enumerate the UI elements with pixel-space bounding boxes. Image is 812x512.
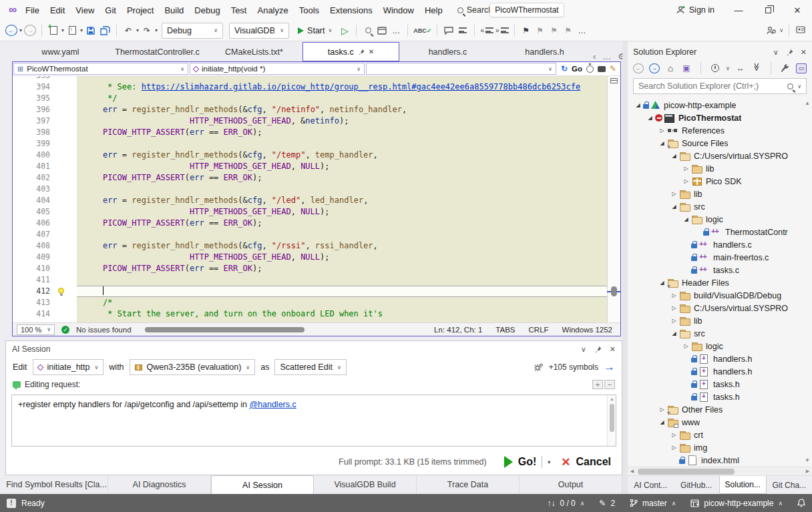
code-text[interactable]: HTTP_METHODS_GET_HEAD, NULL);: [77, 206, 607, 218]
split-window-handle-icon[interactable]: [610, 78, 618, 83]
tree-item-picothermostat[interactable]: ◢PicoThermostat: [628, 111, 812, 124]
tree-item-src[interactable]: ◢src: [628, 327, 812, 340]
panel-tab-github[interactable]: GitHub...: [674, 476, 720, 494]
redo-dropdown-icon[interactable]: ▾: [155, 27, 158, 33]
request-scrollbar[interactable]: ▲: [607, 395, 616, 446]
menu-window[interactable]: Window: [378, 3, 419, 18]
breakpoint-margin[interactable]: [13, 184, 25, 195]
menu-tools[interactable]: Tools: [294, 3, 325, 18]
lightbulb-icon[interactable]: [58, 288, 64, 294]
panel-tab-find-symbol-results-cla[interactable]: Find Symbol Results [Cla...: [5, 475, 108, 494]
code-text[interactable]: err = register_hndlr_methods(&cfg, "/led…: [77, 195, 607, 206]
expander-icon[interactable]: ▷: [669, 191, 679, 197]
close-icon[interactable]: ✕: [610, 345, 616, 354]
breakpoint-margin[interactable]: [13, 206, 25, 218]
chevron-down-icon[interactable]: ∨: [581, 345, 586, 354]
breakpoint-margin[interactable]: [13, 161, 25, 172]
scrollbar-thumb[interactable]: [610, 404, 614, 432]
editor-horizontal-scrollbar[interactable]: [145, 326, 421, 333]
expander-icon[interactable]: ▷: [681, 178, 691, 184]
tree-item-thermostatcontr[interactable]: ThermostatContr: [628, 226, 812, 238]
panel-tab-output[interactable]: Output: [520, 475, 622, 494]
go-options-dropdown-icon[interactable]: ▾: [548, 459, 550, 465]
encoding[interactable]: Windows 1252: [562, 326, 612, 334]
editor-vertical-scrollbar[interactable]: [607, 76, 620, 322]
tree-scroll-up-icon[interactable]: ▲: [805, 100, 810, 106]
profiler-stopwatch-icon[interactable]: [586, 65, 594, 73]
code-text[interactable]: PICOW_HTTP_ASSERT(err == ERR_OK);: [77, 263, 607, 274]
doc-tab-handlers-h[interactable]: handlers.h: [496, 42, 593, 61]
scroll-up-icon[interactable]: ▲: [610, 397, 614, 401]
tree-horizontal-scrollbar[interactable]: ◀ ▶: [628, 467, 812, 475]
code-text[interactable]: PICOW_HTTP_ASSERT(err == ERR_OK);: [77, 172, 607, 184]
code-text[interactable]: * See: https://slimhazard.gitlab.io/pico…: [77, 81, 607, 93]
tree-item-crt[interactable]: ▷crt: [628, 429, 812, 441]
maximize-button[interactable]: [753, 0, 783, 20]
solution-explorer-search-input[interactable]: Search Solution Explorer (Ctrl+;) ∨: [633, 78, 807, 94]
menu-project[interactable]: Project: [122, 3, 159, 18]
send-arrow-icon[interactable]: →: [604, 360, 615, 374]
close-icon[interactable]: ✕: [369, 48, 374, 55]
code-text[interactable]: [77, 274, 607, 286]
expander-icon[interactable]: ▷: [681, 166, 691, 172]
explorer-forward-icon[interactable]: →: [649, 63, 660, 73]
breakpoint-margin[interactable]: [13, 81, 25, 93]
code-text[interactable]: err = register_hndlr_methods(&cfg, "/net…: [77, 104, 607, 115]
menu-analyze[interactable]: Analyze: [252, 3, 293, 18]
breakpoint-margin[interactable]: [13, 297, 25, 308]
code-text[interactable]: [77, 138, 607, 150]
expander-icon[interactable]: ▷: [681, 343, 691, 349]
doc-tab-cmakelists-txt[interactable]: CMakeLists.txt*: [206, 42, 302, 61]
expander-icon[interactable]: ▷: [669, 305, 679, 311]
go-refresh-icon[interactable]: ↻: [561, 64, 568, 73]
navigate-backward-icon[interactable]: ←: [5, 25, 17, 36]
member-dropdown[interactable]: ∨: [366, 63, 556, 75]
tree-item-logic[interactable]: ◢logic: [628, 213, 812, 226]
code-text[interactable]: *: [77, 76, 607, 81]
explorer-back-icon[interactable]: ←: [633, 63, 644, 73]
symbols-count[interactable]: +105 symbols: [549, 362, 598, 372]
menu-debug[interactable]: Debug: [189, 3, 225, 18]
navigate-forward-icon[interactable]: →: [24, 25, 36, 36]
notifications-bell-icon[interactable]: [797, 499, 805, 507]
add-item-dropdown-icon[interactable]: ▾: [80, 27, 83, 33]
panel-tab-solution[interactable]: Solution...: [719, 476, 767, 494]
tree-item-tasks-c[interactable]: tasks.c: [628, 264, 812, 276]
caret-up-icon[interactable]: ∧: [580, 500, 585, 507]
doc-tab-thermostatcontroller-c[interactable]: ThermostatController.c: [109, 42, 206, 61]
tree-item-lib[interactable]: ▷lib: [628, 188, 812, 200]
breakpoint-margin[interactable]: [13, 127, 25, 138]
chevron-down-icon[interactable]: ∨: [797, 83, 801, 89]
panel-tab-ai-diagnostics[interactable]: AI Diagnostics: [108, 475, 211, 494]
search-icon[interactable]: [787, 83, 793, 89]
code-text[interactable]: * Start the server, and turn on the onbo…: [77, 308, 607, 320]
new-file-icon[interactable]: [47, 23, 59, 38]
add-item-icon[interactable]: [66, 23, 78, 38]
code-text[interactable]: HTTP_METHODS_GET_HEAD, NULL);: [77, 161, 607, 172]
expander-icon[interactable]: ▷: [669, 432, 679, 438]
menu-help[interactable]: Help: [419, 3, 448, 18]
grow-request-box-button[interactable]: +: [592, 380, 603, 389]
breakpoint-margin[interactable]: [13, 218, 25, 229]
breakpoint-margin[interactable]: [13, 76, 25, 81]
breakpoint-margin[interactable]: [13, 115, 25, 127]
breakpoint-margin[interactable]: [13, 172, 25, 184]
project-dropdown[interactable]: ⊞ PicoWThermostat ∨: [13, 63, 188, 75]
code-text[interactable]: [77, 229, 607, 240]
code-text[interactable]: HTTP_METHODS_GET_HEAD, &netinfo);: [77, 115, 607, 127]
menu-test[interactable]: Test: [226, 3, 252, 18]
scrollbar-thumb[interactable]: [611, 286, 617, 296]
toggle-bookmark-icon[interactable]: ⚑: [520, 23, 532, 38]
switch-views-icon[interactable]: ▣: [681, 63, 692, 73]
edit-pencil-icon[interactable]: ✎: [610, 64, 616, 73]
format-document-icon[interactable]: [457, 23, 469, 38]
breakpoint-margin[interactable]: [13, 150, 25, 161]
comment-icon[interactable]: [443, 23, 455, 38]
send-feedback-icon[interactable]: [795, 23, 807, 38]
code-text[interactable]: /*: [77, 297, 607, 308]
tree-item-other-files[interactable]: ▷Other Files: [628, 403, 812, 416]
breakpoint-margin[interactable]: [13, 104, 25, 115]
tree-item-references[interactable]: ▷References: [628, 124, 812, 137]
go-button[interactable]: Go! ▾: [504, 456, 551, 468]
no-issues-icon[interactable]: ✓: [61, 326, 69, 334]
